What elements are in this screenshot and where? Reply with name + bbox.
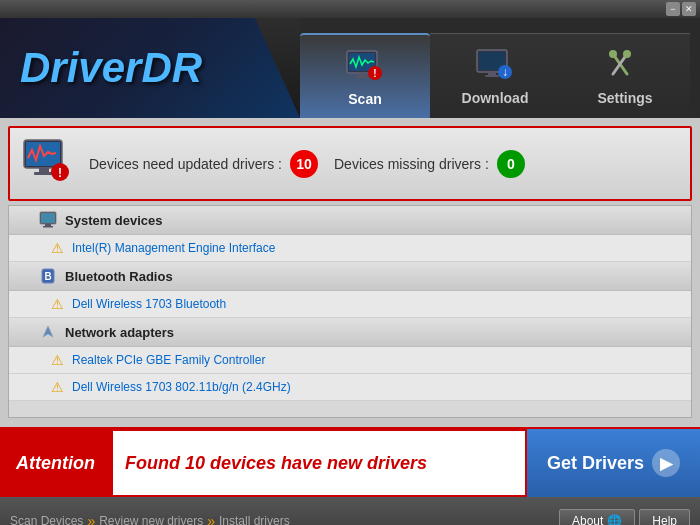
breadcrumb-step-3: Install drivers [219,514,290,525]
tab-download[interactable]: ↓ Download [430,33,560,118]
scan-tab-label: Scan [348,91,381,107]
arrow-icon: ▶ [652,449,680,477]
warning-icon: ⚠ [51,240,64,256]
svg-rect-9 [485,75,499,77]
svg-rect-24 [45,224,51,226]
help-button[interactable]: Help [639,509,690,525]
svg-point-14 [609,50,617,58]
network-icon [39,323,57,341]
title-bar: − ✕ [0,0,700,18]
content-area: ! Devices need updated drivers : 10 Devi… [0,118,700,427]
list-item[interactable]: ⚠ Dell Wireless 1703 802.11b/g/n (2.4GHz… [9,374,691,401]
svg-point-15 [623,50,631,58]
item-label: Realtek PCIe GBE Family Controller [72,353,265,367]
logo-part2: DR [141,44,202,91]
svg-rect-23 [41,213,55,223]
svg-rect-19 [34,172,54,175]
svg-rect-3 [355,76,369,78]
category-bluetooth: B Bluetooth Radios [9,262,691,291]
attention-message: Found 10 devices have new drivers [111,429,527,497]
breadcrumb-step-1: Scan Devices [10,514,83,525]
bluetooth-icon: B [39,267,57,285]
warning-icon: ⚠ [51,352,64,368]
attention-bar: Attention Found 10 devices have new driv… [0,427,700,497]
svg-marker-28 [43,326,53,337]
device-list-container: System devices ⚠ Intel(R) Management Eng… [8,205,692,418]
update-label: Devices need updated drivers : [89,156,282,172]
logo-area: DriverDR [0,18,300,118]
system-devices-label: System devices [65,213,163,228]
status-banner: ! Devices need updated drivers : 10 Devi… [8,126,692,201]
svg-rect-18 [39,168,49,172]
main-container: DriverDR [0,18,700,525]
item-label: Dell Wireless 1703 Bluetooth [72,297,226,311]
list-item[interactable]: ⚠ Intel(R) Management Engine Interface [9,235,691,262]
status-icon: ! [22,136,77,191]
footer: Scan Devices » Review new drivers » Inst… [0,497,700,525]
breadcrumb: Scan Devices » Review new drivers » Inst… [10,513,290,525]
app-logo: DriverDR [20,44,202,92]
settings-icon [605,46,645,86]
svg-text:!: ! [58,166,62,180]
list-item[interactable]: ⚠ Realtek PCIe GBE Family Controller [9,347,691,374]
about-button[interactable]: About 🌐 [559,509,635,525]
category-network: Network adapters [9,318,691,347]
close-button[interactable]: ✕ [682,2,696,16]
scan-icon: ! [345,47,385,87]
warning-icon: ⚠ [51,379,64,395]
svg-text:↓: ↓ [502,65,508,79]
minimize-button[interactable]: − [666,2,680,16]
warning-icon: ⚠ [51,296,64,312]
list-item[interactable]: ⚠ Dell Wireless 1703 Bluetooth [9,291,691,318]
category-system-devices: System devices [9,206,691,235]
svg-rect-8 [488,72,496,75]
network-label: Network adapters [65,325,174,340]
missing-label: Devices missing drivers : [334,156,489,172]
svg-rect-2 [358,73,366,76]
get-drivers-label: Get Drivers [547,453,644,474]
breadcrumb-arrow-2: » [207,513,215,525]
get-drivers-button[interactable]: Get Drivers ▶ [527,429,700,497]
missing-count-badge: 0 [497,150,525,178]
svg-text:B: B [44,271,51,282]
breadcrumb-arrow-1: » [87,513,95,525]
item-label: Intel(R) Management Engine Interface [72,241,275,255]
footer-right: About 🌐 Help [559,509,690,525]
bluetooth-label: Bluetooth Radios [65,269,173,284]
status-text: Devices need updated drivers : 10 Device… [89,150,678,178]
system-devices-icon [39,211,57,229]
item-label: Dell Wireless 1703 802.11b/g/n (2.4GHz) [72,380,291,394]
device-list[interactable]: System devices ⚠ Intel(R) Management Eng… [9,206,691,417]
about-label: About [572,514,603,525]
settings-tab-label: Settings [597,90,652,106]
tab-scan[interactable]: ! Scan [300,33,430,118]
svg-rect-25 [43,226,53,228]
globe-icon: 🌐 [607,514,622,525]
header: DriverDR [0,18,700,118]
update-count-badge: 10 [290,150,318,178]
svg-text:!: ! [373,68,376,79]
breadcrumb-step-2: Review new drivers [99,514,203,525]
help-label: Help [652,514,677,525]
nav-tabs: ! Scan ↓ [300,18,700,118]
logo-part1: Driver [20,44,141,91]
tab-settings[interactable]: Settings [560,33,690,118]
download-tab-label: Download [462,90,529,106]
download-icon: ↓ [475,46,515,86]
attention-label: Attention [0,429,111,497]
